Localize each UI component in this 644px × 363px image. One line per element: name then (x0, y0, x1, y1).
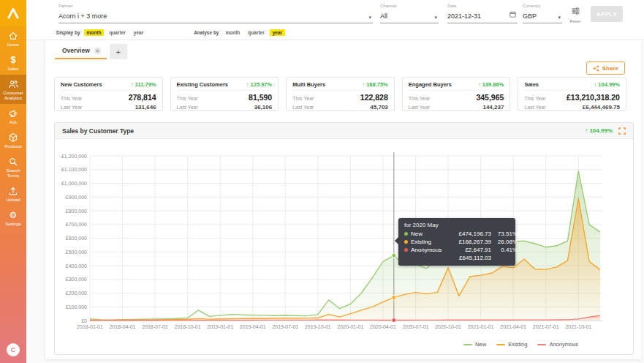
share-button[interactable]: Share (586, 61, 625, 75)
tab-label: Overview (62, 47, 90, 54)
last-year-label: Last Year (524, 105, 545, 110)
sidebar-item-label: Home (7, 42, 19, 48)
tooltip-series-name: New (411, 231, 449, 237)
analyse-by-option-year[interactable]: year (270, 29, 285, 36)
display-by-option-quarter[interactable]: quarter (106, 29, 128, 36)
sidebar-item-label: Ads (10, 120, 17, 125)
ads-icon (8, 108, 18, 119)
date-picker[interactable]: Date 2021-12-31 (447, 4, 518, 23)
kpi-card-multi-buyers: Multi Buyers↑ 168.75%This Year122,828Las… (286, 77, 395, 111)
add-tab-button[interactable]: + (110, 44, 127, 59)
svg-text:2018-07-01: 2018-07-01 (142, 324, 168, 329)
sidebar-item-sales[interactable]: $Sales (0, 50, 26, 75)
tab-close-icon[interactable]: × (94, 48, 101, 54)
svg-text:2021-01-01: 2021-01-01 (468, 324, 494, 329)
sidebar-item-label: Consumer Analytics (1, 91, 26, 101)
chevron-down-icon[interactable]: ▾ (558, 15, 561, 20)
sidebar-item-label: Upload (6, 198, 20, 203)
consumer-analytics-icon (8, 78, 19, 89)
chevron-down-icon[interactable]: ▾ (434, 15, 437, 20)
top-filter-bar: Partner Acorn i + 3 more ▾ Channel All ▾… (26, 0, 644, 26)
apply-button[interactable]: APPLY (591, 6, 623, 22)
sidebar-item-upload[interactable]: Upload (0, 182, 26, 206)
svg-text:2020-04-01: 2020-04-01 (370, 324, 396, 329)
legend-label: New (475, 341, 486, 348)
new-dot-icon (404, 232, 408, 236)
last-year-value: 144,237 (482, 104, 504, 111)
this-year-label: This Year (61, 96, 82, 101)
sidebar-item-settings[interactable]: ⚙Settings (0, 206, 26, 230)
kpi-change-badge: ↑ 168.75% (362, 81, 387, 88)
display-controls-bar: Display bymonthquarteryear Analyse bymon… (26, 26, 644, 40)
currency-select[interactable]: Currency GBP ▾ (523, 4, 562, 23)
currency-value: GBP (523, 12, 537, 20)
display-by-group: Display bymonthquarteryear (56, 29, 148, 36)
display-by-label: Display by (56, 30, 80, 35)
calendar-icon[interactable] (509, 7, 516, 20)
display-by-option-month[interactable]: month (84, 29, 105, 36)
tooltip-rows: New£474,196.7373.51%Existing£168,267.392… (404, 231, 509, 261)
tooltip-series-pct: 26.08% (491, 239, 518, 245)
tooltip-series-value: £168,267.39 (449, 239, 491, 245)
analyse-by-option-quarter[interactable]: quarter (245, 29, 267, 36)
partner-select[interactable]: Partner Acorn i + 3 more ▾ (58, 4, 373, 23)
kpi-card-existing-customers: Existing Customers↑ 125.97%This Year81,5… (170, 77, 279, 111)
expand-icon[interactable] (618, 127, 626, 135)
products-icon (8, 132, 18, 143)
last-year-value: 36,106 (254, 104, 272, 111)
logo-icon (4, 4, 22, 22)
sidebar-item-home[interactable]: Home (0, 26, 26, 50)
sidebar-items: Home$SalesConsumer AnalyticsAdsProductsS… (0, 26, 26, 230)
sidebar-item-search-terms[interactable]: Search Terms (0, 152, 26, 182)
app-logo[interactable] (0, 0, 26, 26)
tooltip-series-pct: 73.51% (491, 231, 518, 237)
search-terms-icon (8, 156, 18, 167)
kpi-change-badge: ↑ 104.99% (594, 81, 620, 88)
sidebar: Home$SalesConsumer AnalyticsAdsProductsS… (0, 0, 26, 363)
this-year-label: This Year (292, 96, 314, 101)
reset-button[interactable]: Reset (566, 5, 585, 23)
tab-bar: Overview×+ (55, 44, 127, 59)
this-year-label: This Year (524, 96, 545, 101)
kpi-title: Multi Buyers (292, 81, 325, 88)
kpi-cards-row: New Customers↑ 111.79%This Year278,814La… (54, 77, 626, 111)
legend-item-existing[interactable]: Existing (496, 341, 527, 348)
this-year-value: 81,590 (249, 93, 272, 102)
tooltip-series-name: Anonymous (411, 247, 449, 253)
svg-text:2019-07-01: 2019-07-01 (272, 324, 298, 329)
sidebar-item-products[interactable]: Products (0, 128, 26, 152)
sidebar-item-consumer-analytics[interactable]: Consumer Analytics (0, 75, 26, 104)
tab-overview[interactable]: Overview× (55, 44, 107, 59)
upload-icon (8, 185, 18, 196)
chart-legend: NewExistingAnonymous (463, 341, 578, 348)
svg-text:2018-01-01: 2018-01-01 (77, 324, 103, 329)
legend-swatch-icon (537, 344, 546, 345)
legend-item-anonymous[interactable]: Anonymous (537, 341, 578, 348)
user-avatar[interactable]: C (7, 343, 20, 356)
analyse-by-option-month[interactable]: month (222, 29, 243, 36)
sales-chart[interactable]: £0£100,000£200,000£300,000£400,000£500,0… (59, 145, 629, 334)
tooltip-series-pct: 0.41% (491, 247, 518, 253)
svg-text:£1,000,000: £1,000,000 (61, 181, 87, 186)
channel-select[interactable]: Channel All ▾ (380, 4, 439, 23)
tune-icon (571, 7, 580, 15)
svg-text:2020-10-01: 2020-10-01 (435, 324, 461, 329)
sales-by-customer-type-card: Sales by Customer Type ↑ 104.99% £0£100,… (54, 122, 634, 355)
this-year-label: This Year (177, 96, 198, 101)
settings-icon: ⚙ (10, 209, 18, 220)
kpi-change-badge: ↑ 139.86% (478, 81, 504, 88)
svg-text:2019-10-01: 2019-10-01 (305, 324, 331, 329)
last-year-label: Last Year (177, 105, 198, 110)
svg-text:2019-04-01: 2019-04-01 (240, 324, 266, 329)
chevron-down-icon[interactable]: ▾ (368, 15, 371, 20)
last-year-label: Last Year (409, 105, 430, 110)
last-year-value: £6,444,469.75 (583, 104, 620, 111)
svg-text:2020-01-01: 2020-01-01 (338, 324, 364, 329)
display-by-option-year[interactable]: year (131, 29, 146, 36)
kpi-title: Existing Customers (177, 81, 228, 88)
chart-title: Sales by Customer Type (62, 127, 134, 135)
legend-item-new[interactable]: New (463, 341, 486, 348)
sidebar-item-ads[interactable]: Ads (0, 104, 26, 128)
sidebar-item-label: Products (4, 144, 22, 149)
partner-value: Acorn i + 3 more (58, 12, 107, 20)
